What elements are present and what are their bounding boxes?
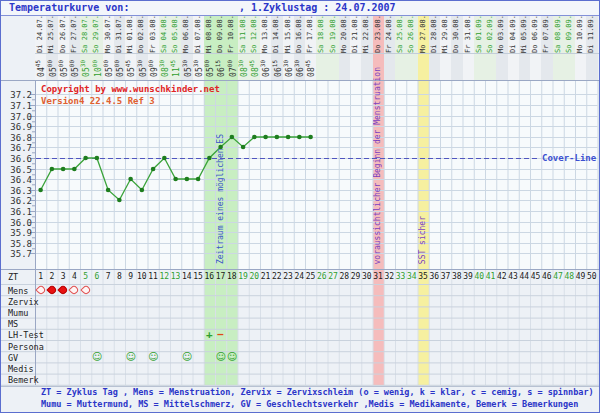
cycle-day-number: 46 (541, 272, 552, 281)
cycle-day-number: 23 (283, 272, 294, 281)
date-label: Mi 05.09. (521, 15, 528, 53)
cycle-day-number: 45 (530, 272, 541, 281)
svg-text:35.9: 35.9 (10, 228, 32, 238)
cycle-day-number: 30 (361, 272, 372, 281)
date-label: Mo 13.08. (262, 15, 269, 53)
gv-cell: ☺ (125, 351, 136, 362)
date-label: So 26.08. (408, 15, 415, 53)
cycle-day-number: 35 (418, 272, 429, 281)
date-label: Sa 01.09. (476, 15, 483, 53)
date-label: Mo 06.08. (183, 15, 190, 53)
intercourse-smiley-icon: ☺ (92, 352, 102, 362)
cycle-day-number: 26 (316, 272, 327, 281)
date-label: Mo 30.07. (105, 15, 112, 53)
date-label: Di 14.08. (273, 15, 280, 53)
date-label: Sa 28.07. (82, 15, 89, 53)
chart-plot-background (35, 81, 598, 269)
cycle-day-number: 48 (564, 272, 575, 281)
mens-drop-cell (35, 284, 46, 295)
date-label: Mi 22.08. (363, 15, 370, 53)
mens-drop-cell (80, 284, 91, 295)
band-label-ovulation-window: Zeitraum eines möglichen ES (216, 86, 226, 264)
intercourse-smiley-icon: ☺ (227, 352, 237, 362)
svg-text:37.2: 37.2 (10, 90, 32, 100)
date-label: So 09.09. (566, 15, 573, 53)
cycle-day-number: 14 (181, 272, 192, 281)
date-label: Do 30.08. (453, 15, 460, 53)
menstruation-drop-icon (35, 284, 46, 295)
date-label: Mi 25.07. (48, 15, 55, 53)
page-title: Temperaturkurve von: (9, 2, 129, 13)
date-label: Mi 15.08. (285, 15, 292, 53)
date-label: Fr 07.09. (543, 15, 550, 53)
band-label-text: Zeitraum eines möglichen ES (217, 134, 225, 264)
cycle-day-number: 17 (215, 272, 226, 281)
band-label-predicted-menstruation: voraussichtlicher Beginn der Menstruatio… (373, 86, 383, 264)
row-label-mumu: Mumu (8, 308, 28, 318)
row-label-zt: ZT (8, 272, 18, 282)
date-label: Fr 10.08. (228, 15, 235, 53)
date-label: So 29.07. (93, 15, 100, 53)
cycle-day-number: 20 (249, 272, 260, 281)
cycle-day-number: 1 (35, 272, 46, 281)
svg-text:36.3: 36.3 (10, 186, 32, 196)
date-label: Fr 03.08. (150, 15, 157, 53)
cycle-day-number: 37 (440, 272, 451, 281)
date-label: Mo 10.09. (577, 15, 584, 53)
lh-negative-icon: − (217, 329, 224, 340)
legend-line-2: Mumu = Muttermund, MS = Mittelschmerz, G… (41, 399, 578, 409)
date-cell: Di 11.09. (584, 16, 599, 53)
cycle-day-number: 8 (114, 272, 125, 281)
date-label: Sa 18.08. (318, 15, 325, 53)
band-label-sst-sicher: SST sicher (418, 86, 428, 264)
cycle-day-number: 32 (384, 272, 395, 281)
date-label: Di 21.08. (352, 15, 359, 53)
date-label: So 19.08. (330, 15, 337, 53)
svg-text:37.0: 37.0 (10, 112, 32, 122)
time-cell: 0845 (303, 53, 318, 77)
cycle-day-number: 15 (193, 272, 204, 281)
svg-text:35.7: 35.7 (10, 249, 32, 259)
cycle-day-number: 7 (103, 272, 114, 281)
cover-line-label: Cover-Line (542, 153, 596, 163)
cycle-day-number: 3 (58, 272, 69, 281)
date-label: Mi 08.08. (206, 15, 213, 53)
intercourse-smiley-icon: ☺ (182, 352, 192, 362)
cycle-day-number: 40 (474, 272, 485, 281)
date-label: Mi 29.08. (442, 15, 449, 53)
cycle-day-number: 44 (519, 272, 530, 281)
cycle-day-number: 29 (350, 272, 361, 281)
svg-text:36.9: 36.9 (10, 122, 32, 132)
gv-cell: ☺ (226, 351, 237, 362)
date-label: Fr 31.08. (465, 15, 472, 53)
row-label-persona: Persona (8, 342, 44, 352)
band-label-text: voraussichtlicher Beginn der Menstruatio… (374, 67, 382, 264)
row-label-zervix: Zervix (8, 297, 39, 307)
date-label: Fr 27.07. (71, 15, 78, 53)
date-label: Do 26.07. (60, 15, 67, 53)
cycle-day-number: 5 (80, 272, 91, 281)
title-bar: Temperaturkurve von: , 1.Zyklustag : 24.… (1, 1, 599, 16)
menstruation-drop-icon (80, 284, 91, 295)
cycle-day-number: 33 (395, 272, 406, 281)
lh-test-cell: − (215, 329, 226, 340)
menstruation-drop-icon (69, 284, 80, 295)
row-label-mens: Mens (8, 286, 28, 296)
cycle-day-number: 47 (553, 272, 564, 281)
date-label: Di 28.08. (431, 15, 438, 53)
date-label: Sa 04.08. (161, 15, 168, 53)
svg-text:36.2: 36.2 (10, 196, 32, 206)
cycle-day-number: 50 (586, 272, 597, 281)
intercourse-smiley-icon: ☺ (215, 352, 225, 362)
menstruation-drop-icon (46, 284, 57, 295)
cycle-day-number: 42 (496, 272, 507, 281)
cycle-day-number: 43 (508, 272, 519, 281)
date-label: Do 06.09. (532, 15, 539, 53)
date-label: Di 07.08. (195, 15, 202, 53)
intercourse-smiley-icon: ☺ (125, 352, 135, 362)
date-label: Mo 20.08. (341, 15, 348, 53)
date-label: Sa 11.08. (240, 15, 247, 53)
date-label: So 12.08. (251, 15, 258, 53)
date-label: Di 11.09. (588, 15, 595, 53)
row-label-gv: GV (8, 353, 18, 363)
